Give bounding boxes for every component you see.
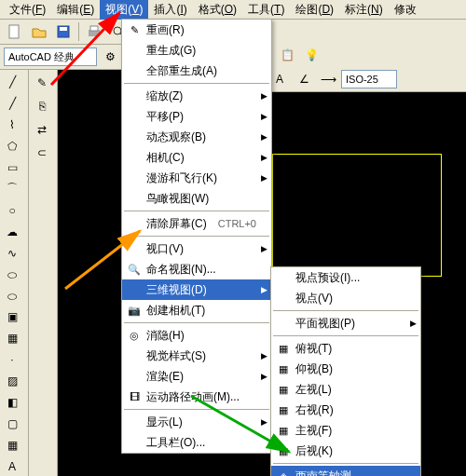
bulb-icon[interactable]: 💡 (300, 44, 322, 66)
revcloud-icon[interactable]: ☁ (2, 222, 22, 242)
3dview-submenu-item[interactable]: 视点预设(I)... (271, 267, 420, 288)
3dview-submenu-item[interactable]: ◈西南等轴测 (271, 466, 420, 476)
view-menu-item[interactable]: 鸟瞰视图(W) (122, 188, 271, 209)
menu-dimension[interactable]: 标注(N) (339, 0, 389, 20)
table-icon[interactable]: ▦ (2, 435, 22, 456)
view-menu-item[interactable]: 视觉样式(S)▶ (122, 346, 271, 366)
layer-icon[interactable]: 📋 (276, 44, 298, 66)
polyline-icon[interactable]: ⌇ (2, 115, 22, 135)
line-icon[interactable]: ╱ (2, 72, 22, 92)
erase-icon[interactable]: ✎ (31, 72, 53, 94)
3dview-submenu-item[interactable]: 视点(V) (271, 288, 420, 308)
svg-rect-0 (9, 25, 19, 38)
region-icon[interactable]: ▢ (2, 414, 22, 434)
menu-file[interactable]: 文件(F) (4, 0, 51, 20)
svg-point-5 (114, 27, 121, 34)
menu-tools[interactable]: 工具(T) (242, 0, 290, 20)
polygon-icon[interactable]: ⬠ (2, 136, 22, 156)
view-menu-item[interactable]: 重生成(G) (122, 40, 271, 61)
dimstyle-select[interactable]: ISO-25 (341, 70, 397, 88)
spline-icon[interactable]: ∿ (2, 243, 22, 264)
rectangle-icon[interactable]: ▭ (2, 157, 22, 178)
view-menu-item[interactable]: 动态观察(B)▶ (122, 127, 271, 147)
view-menu-item[interactable]: ✎重画(R) (122, 20, 271, 40)
make-block-icon[interactable]: ▦ (2, 328, 22, 348)
xline-icon[interactable]: ╱ (2, 93, 22, 114)
view-menu-item[interactable]: 视口(V)▶ (122, 238, 271, 259)
view-menu-item[interactable]: 工具栏(O)... (122, 432, 271, 453)
ellipse-icon[interactable]: ⬭ (2, 265, 22, 285)
ellipse-arc-icon[interactable]: ⬭ (2, 286, 22, 306)
view-menu-item[interactable]: 相机(C)▶ (122, 147, 271, 168)
menu-view[interactable]: 视图(V) (100, 0, 148, 20)
3dview-submenu-item[interactable]: ▦仰视(B) (271, 359, 420, 379)
3dviews-submenu: 视点预设(I)...视点(V)平面视图(P)▶▦俯视(T)▦仰视(B)▦左视(L… (270, 266, 421, 476)
svg-rect-4 (90, 26, 98, 31)
3dview-submenu-item[interactable]: 平面视图(P)▶ (271, 313, 420, 333)
view-menu-item[interactable]: 缩放(Z)▶ (122, 86, 271, 106)
view-menu-item[interactable]: 平移(P)▶ (122, 106, 271, 127)
view-dropdown: ✎重画(R)重生成(G)全部重生成(A)缩放(Z)▶平移(P)▶动态观察(B)▶… (121, 19, 272, 454)
toolbar-layers: 📋 💡 (271, 43, 466, 68)
hatch-icon[interactable]: ▨ (2, 371, 22, 391)
circle-icon[interactable]: ○ (2, 200, 22, 221)
point-icon[interactable]: · (2, 349, 22, 370)
view-menu-item[interactable]: 三维视图(D)▶ (122, 279, 271, 300)
save-icon[interactable] (52, 20, 75, 43)
mirror-icon[interactable]: ⇄ (31, 118, 53, 141)
view-menu-item[interactable]: 📷创建相机(T) (122, 300, 271, 320)
open-icon[interactable] (28, 20, 50, 43)
3dview-submenu-item[interactable]: ▦俯视(T) (271, 338, 420, 359)
3dview-submenu-item[interactable]: ▦主视(F) (271, 420, 420, 441)
copy-icon[interactable]: ⎘ (31, 95, 53, 117)
3dview-submenu-item[interactable]: ▦右视(R) (271, 400, 420, 420)
menu-insert[interactable]: 插入(I) (148, 0, 192, 20)
print-icon[interactable] (83, 20, 105, 43)
menu-format[interactable]: 格式(O) (193, 0, 242, 20)
view-menu-item[interactable]: 🎞运动路径动画(M)... (122, 387, 271, 407)
insert-block-icon[interactable]: ▣ (2, 306, 22, 327)
3dview-submenu-item[interactable]: ▦左视(L) (271, 379, 420, 400)
view-menu-item[interactable]: ◎消隐(H) (122, 325, 271, 346)
offset-icon[interactable]: ⊂ (31, 142, 53, 164)
menu-edit[interactable]: 编辑(E) (51, 0, 100, 20)
gear-icon[interactable]: ⚙ (99, 46, 121, 68)
view-menu-item[interactable]: 清除屏幕(C)CTRL+0 (122, 213, 271, 234)
view-menu-item[interactable]: 渲染(E)▶ (122, 366, 271, 387)
arc-icon[interactable]: ⌒ (2, 179, 22, 199)
dim-continue-icon[interactable]: ⟶ (317, 68, 339, 90)
draw-toolbar: ╱ ╱ ⌇ ⬠ ▭ ⌒ ○ ☁ ∿ ⬭ ⬭ ▣ ▦ · ▨ ◧ ▢ ▦ A (0, 70, 29, 476)
mtext-icon[interactable]: A (2, 456, 22, 476)
modify-toolbar: ✎ ⎘ ⇄ ⊂ (29, 70, 58, 476)
workspace-select[interactable]: AutoCAD 经典 (4, 48, 97, 66)
dim-angle-icon[interactable]: ∠ (293, 68, 315, 90)
svg-rect-2 (60, 27, 67, 31)
view-menu-item[interactable]: 漫游和飞行(K)▶ (122, 168, 271, 188)
gradient-icon[interactable]: ◧ (2, 392, 22, 413)
view-menu-item[interactable]: 显示(L)▶ (122, 412, 271, 432)
menu-draw[interactable]: 绘图(D) (290, 0, 339, 20)
view-menu-item[interactable]: 全部重生成(A) (122, 61, 271, 81)
3dview-submenu-item[interactable]: ▦后视(K) (271, 441, 420, 461)
new-icon[interactable] (4, 20, 26, 43)
view-menu-item[interactable]: 🔍命名视图(N)... (122, 259, 271, 279)
menu-modify[interactable]: 修改 (389, 0, 422, 20)
menubar: 文件(F) 编辑(E) 视图(V) 插入(I) 格式(O) 工具(T) 绘图(D… (0, 0, 466, 20)
